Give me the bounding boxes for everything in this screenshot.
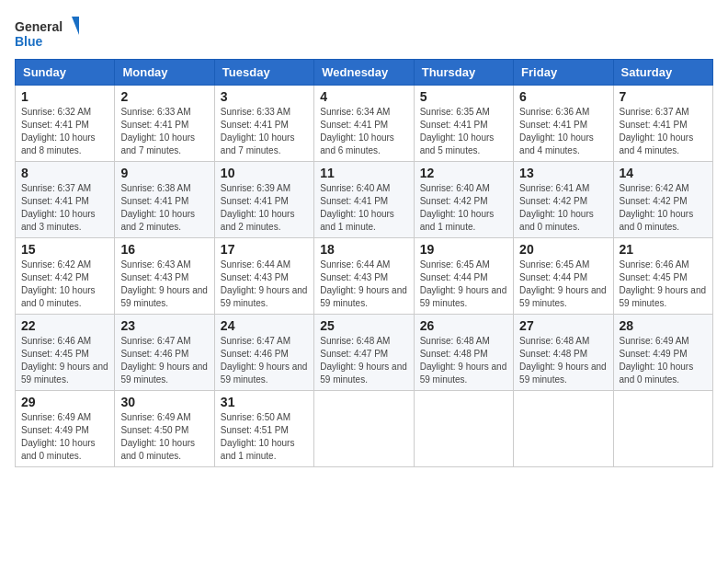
calendar-week-row: 8 Sunrise: 6:37 AMSunset: 4:41 PMDayligh… [16, 162, 713, 238]
calendar-day-cell: 9 Sunrise: 6:38 AMSunset: 4:41 PMDayligh… [115, 162, 214, 238]
svg-text:Blue: Blue [15, 34, 43, 49]
calendar-day-cell: 8 Sunrise: 6:37 AMSunset: 4:41 PMDayligh… [16, 162, 115, 238]
calendar-header-wednesday: Wednesday [314, 60, 414, 86]
day-number: 24 [221, 318, 308, 333]
day-number: 23 [120, 318, 208, 333]
day-number: 12 [420, 166, 507, 180]
day-number: 19 [420, 242, 507, 257]
logo: General Blue [15, 15, 79, 52]
day-detail: Sunrise: 6:50 AMSunset: 4:51 PMDaylight:… [221, 412, 295, 461]
day-detail: Sunrise: 6:32 AMSunset: 4:41 PMDaylight:… [21, 107, 96, 155]
calendar-day-cell: 15 Sunrise: 6:42 AMSunset: 4:42 PMDaylig… [16, 238, 115, 315]
calendar-day-cell: 19 Sunrise: 6:45 AMSunset: 4:44 PMDaylig… [414, 238, 513, 315]
day-number: 18 [320, 242, 407, 257]
calendar-day-cell: 13 Sunrise: 6:41 AMSunset: 4:42 PMDaylig… [514, 162, 613, 238]
day-number: 21 [620, 242, 707, 257]
day-detail: Sunrise: 6:43 AMSunset: 4:43 PMDaylight:… [120, 259, 208, 308]
day-number: 26 [420, 318, 507, 333]
svg-text:General: General [15, 19, 63, 34]
logo-icon: General Blue [15, 15, 79, 52]
day-number: 11 [320, 166, 407, 180]
day-number: 10 [221, 166, 308, 180]
calendar-day-cell: 1 Sunrise: 6:32 AMSunset: 4:41 PMDayligh… [16, 86, 115, 162]
day-detail: Sunrise: 6:49 AMSunset: 4:49 PMDaylight:… [620, 336, 694, 385]
calendar-day-cell: 2 Sunrise: 6:33 AMSunset: 4:41 PMDayligh… [115, 86, 214, 162]
day-detail: Sunrise: 6:37 AMSunset: 4:41 PMDaylight:… [21, 183, 96, 232]
calendar-day-cell: 12 Sunrise: 6:40 AMSunset: 4:42 PMDaylig… [414, 162, 513, 238]
day-detail: Sunrise: 6:48 AMSunset: 4:47 PMDaylight:… [320, 336, 407, 385]
calendar-day-cell [613, 391, 712, 467]
calendar-header-thursday: Thursday [414, 60, 513, 86]
calendar-day-cell: 17 Sunrise: 6:44 AMSunset: 4:43 PMDaylig… [214, 238, 313, 315]
calendar-header-tuesday: Tuesday [214, 60, 313, 86]
page-header: General Blue [15, 15, 713, 52]
day-detail: Sunrise: 6:48 AMSunset: 4:48 PMDaylight:… [519, 336, 607, 385]
calendar-day-cell [514, 391, 613, 467]
day-detail: Sunrise: 6:40 AMSunset: 4:41 PMDaylight:… [320, 183, 394, 232]
day-number: 9 [120, 166, 208, 180]
day-detail: Sunrise: 6:33 AMSunset: 4:41 PMDaylight:… [120, 107, 195, 155]
day-detail: Sunrise: 6:46 AMSunset: 4:45 PMDaylight:… [620, 259, 707, 308]
day-number: 28 [620, 318, 707, 333]
day-detail: Sunrise: 6:38 AMSunset: 4:41 PMDaylight:… [120, 183, 195, 232]
calendar-day-cell: 24 Sunrise: 6:47 AMSunset: 4:46 PMDaylig… [214, 315, 313, 391]
day-detail: Sunrise: 6:48 AMSunset: 4:48 PMDaylight:… [420, 336, 507, 385]
day-number: 3 [221, 89, 308, 104]
day-number: 6 [519, 89, 607, 104]
calendar-day-cell: 31 Sunrise: 6:50 AMSunset: 4:51 PMDaylig… [214, 391, 313, 467]
day-detail: Sunrise: 6:34 AMSunset: 4:41 PMDaylight:… [320, 107, 394, 155]
calendar-day-cell: 22 Sunrise: 6:46 AMSunset: 4:45 PMDaylig… [16, 315, 115, 391]
calendar-day-cell: 23 Sunrise: 6:47 AMSunset: 4:46 PMDaylig… [115, 315, 214, 391]
day-number: 31 [221, 395, 308, 409]
day-detail: Sunrise: 6:49 AMSunset: 4:50 PMDaylight:… [120, 412, 195, 461]
calendar-day-cell: 30 Sunrise: 6:49 AMSunset: 4:50 PMDaylig… [115, 391, 214, 467]
day-number: 14 [620, 166, 707, 180]
day-detail: Sunrise: 6:33 AMSunset: 4:41 PMDaylight:… [221, 107, 295, 155]
day-detail: Sunrise: 6:45 AMSunset: 4:44 PMDaylight:… [420, 259, 507, 308]
day-number: 17 [221, 242, 308, 257]
calendar-day-cell [314, 391, 414, 467]
svg-marker-2 [72, 17, 79, 35]
calendar-day-cell [414, 391, 513, 467]
calendar-week-row: 29 Sunrise: 6:49 AMSunset: 4:49 PMDaylig… [16, 391, 713, 467]
calendar-day-cell: 20 Sunrise: 6:45 AMSunset: 4:44 PMDaylig… [514, 238, 613, 315]
day-number: 15 [21, 242, 108, 257]
calendar-day-cell: 18 Sunrise: 6:44 AMSunset: 4:43 PMDaylig… [314, 238, 414, 315]
day-detail: Sunrise: 6:42 AMSunset: 4:42 PMDaylight:… [21, 259, 96, 308]
day-number: 8 [21, 166, 108, 180]
calendar-day-cell: 28 Sunrise: 6:49 AMSunset: 4:49 PMDaylig… [613, 315, 712, 391]
calendar-day-cell: 29 Sunrise: 6:49 AMSunset: 4:49 PMDaylig… [16, 391, 115, 467]
day-detail: Sunrise: 6:42 AMSunset: 4:42 PMDaylight:… [620, 183, 694, 232]
calendar-header-friday: Friday [514, 60, 613, 86]
day-number: 29 [21, 395, 108, 409]
calendar-header-row: SundayMondayTuesdayWednesdayThursdayFrid… [16, 60, 713, 86]
calendar-day-cell: 21 Sunrise: 6:46 AMSunset: 4:45 PMDaylig… [613, 238, 712, 315]
day-detail: Sunrise: 6:44 AMSunset: 4:43 PMDaylight:… [221, 259, 308, 308]
day-number: 2 [120, 89, 208, 104]
calendar-day-cell: 5 Sunrise: 6:35 AMSunset: 4:41 PMDayligh… [414, 86, 513, 162]
day-number: 25 [320, 318, 407, 333]
calendar-day-cell: 26 Sunrise: 6:48 AMSunset: 4:48 PMDaylig… [414, 315, 513, 391]
calendar-day-cell: 10 Sunrise: 6:39 AMSunset: 4:41 PMDaylig… [214, 162, 313, 238]
day-number: 16 [120, 242, 208, 257]
day-detail: Sunrise: 6:35 AMSunset: 4:41 PMDaylight:… [420, 107, 495, 155]
day-number: 7 [620, 89, 707, 104]
calendar-day-cell: 3 Sunrise: 6:33 AMSunset: 4:41 PMDayligh… [214, 86, 313, 162]
day-number: 4 [320, 89, 407, 104]
day-number: 5 [420, 89, 507, 104]
day-detail: Sunrise: 6:45 AMSunset: 4:44 PMDaylight:… [519, 259, 607, 308]
day-detail: Sunrise: 6:46 AMSunset: 4:45 PMDaylight:… [21, 336, 108, 385]
day-detail: Sunrise: 6:49 AMSunset: 4:49 PMDaylight:… [21, 412, 96, 461]
day-detail: Sunrise: 6:41 AMSunset: 4:42 PMDaylight:… [519, 183, 594, 232]
day-detail: Sunrise: 6:37 AMSunset: 4:41 PMDaylight:… [620, 107, 694, 155]
calendar-week-row: 22 Sunrise: 6:46 AMSunset: 4:45 PMDaylig… [16, 315, 713, 391]
calendar-day-cell: 25 Sunrise: 6:48 AMSunset: 4:47 PMDaylig… [314, 315, 414, 391]
day-detail: Sunrise: 6:40 AMSunset: 4:42 PMDaylight:… [420, 183, 495, 232]
day-number: 22 [21, 318, 108, 333]
calendar-day-cell: 27 Sunrise: 6:48 AMSunset: 4:48 PMDaylig… [514, 315, 613, 391]
day-number: 30 [120, 395, 208, 409]
day-number: 20 [519, 242, 607, 257]
calendar-header-saturday: Saturday [613, 60, 712, 86]
calendar-week-row: 1 Sunrise: 6:32 AMSunset: 4:41 PMDayligh… [16, 86, 713, 162]
calendar-day-cell: 11 Sunrise: 6:40 AMSunset: 4:41 PMDaylig… [314, 162, 414, 238]
